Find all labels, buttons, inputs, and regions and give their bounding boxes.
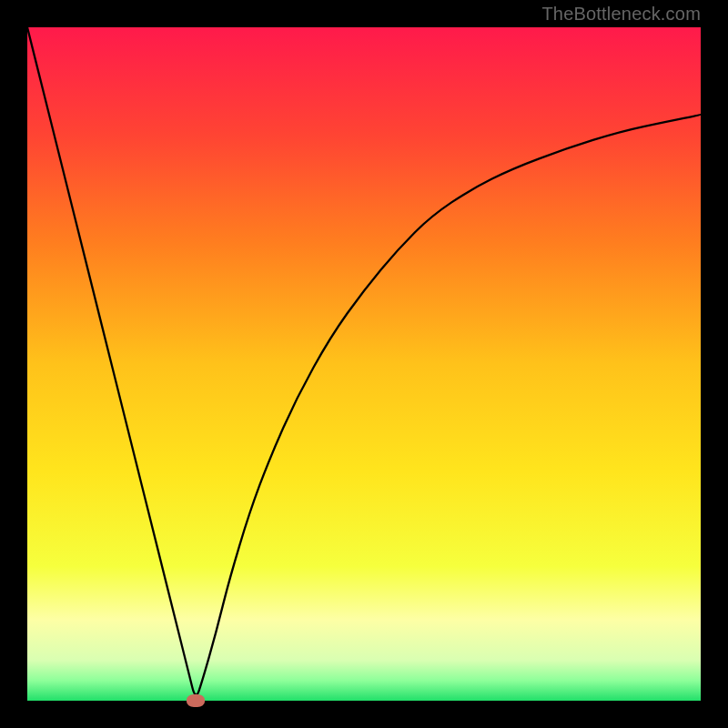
optimum-marker: [187, 694, 205, 707]
bottleneck-chart: [27, 27, 701, 701]
chart-frame: [27, 27, 701, 701]
chart-background: [27, 27, 701, 701]
watermark-text: TheBottleneck.com: [541, 4, 701, 25]
